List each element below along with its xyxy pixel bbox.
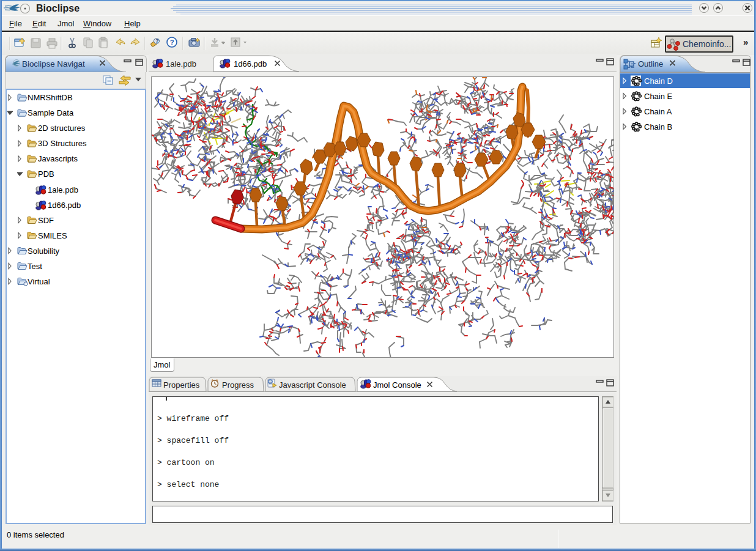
svg-text:Chain D: Chain D <box>644 76 673 86</box>
svg-text:NMRShiftDB: NMRShiftDB <box>28 93 73 102</box>
svg-text:1d66.pdb: 1d66.pdb <box>48 201 81 210</box>
svg-text:Jmol Console: Jmol Console <box>373 380 421 390</box>
svg-text:Sample Data: Sample Data <box>28 108 74 117</box>
svg-text:2D structures: 2D structures <box>38 124 86 133</box>
svg-text:Bioclipse Navigat: Bioclipse Navigat <box>22 59 85 68</box>
svg-text:Chain E: Chain E <box>644 92 673 101</box>
svg-text:Progress: Progress <box>222 380 254 390</box>
svg-text:Properties: Properties <box>163 380 200 390</box>
svg-text:?: ? <box>170 39 174 46</box>
svg-text:PDB: PDB <box>38 169 54 179</box>
svg-text:1d66.pdb: 1d66.pdb <box>234 59 267 68</box>
svg-text:1ale.pdb: 1ale.pdb <box>166 59 196 68</box>
svg-text:Solubility: Solubility <box>28 246 60 256</box>
svg-text:SDF: SDF <box>38 216 54 225</box>
svg-text:1ale.pdb: 1ale.pdb <box>48 185 78 194</box>
svg-text:Javascript Console: Javascript Console <box>279 380 346 390</box>
svg-text:Chain A: Chain A <box>644 107 672 116</box>
svg-text:Virtual: Virtual <box>28 277 50 286</box>
svg-text:?: ? <box>155 38 159 44</box>
svg-text:Outline: Outline <box>638 59 663 68</box>
svg-text:Chain B: Chain B <box>644 122 672 131</box>
svg-text:3D Structures: 3D Structures <box>38 139 87 148</box>
svg-text:Javascripts: Javascripts <box>38 154 78 163</box>
svg-text:Test: Test <box>28 262 42 271</box>
svg-text:SMILES: SMILES <box>38 231 67 240</box>
